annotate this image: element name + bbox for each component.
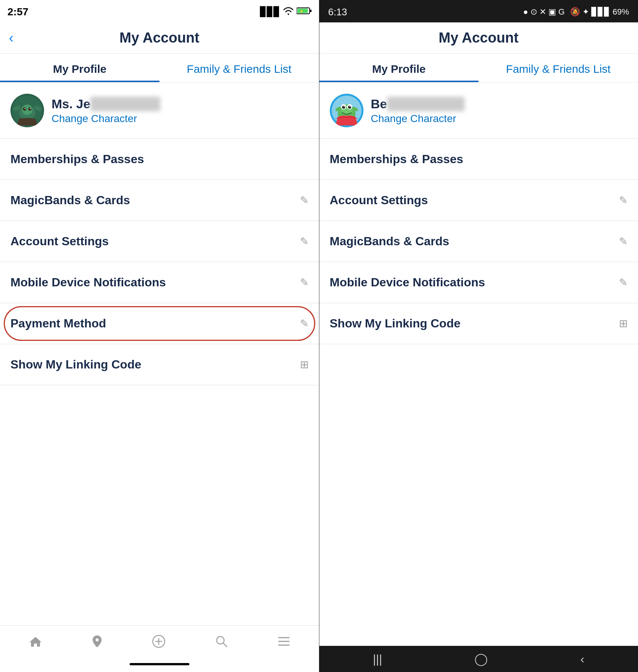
android-nav-right: ||| ◯ ‹ (319, 646, 638, 672)
right-phone: 6:13 ● ⊙ ✕ ▣ G 🔕 ✦ ▊▊▊ 69% My Account My… (319, 0, 638, 672)
status-bar-right: 6:13 ● ⊙ ✕ ▣ G 🔕 ✦ ▊▊▊ 69% (319, 0, 638, 22)
edit-icon-4: ✎ (300, 317, 309, 330)
svg-point-12 (30, 108, 31, 109)
menu-list-right: Memberships & Passes Account Settings ✎ … (319, 139, 638, 392)
mobile-notifications-item-left[interactable]: Mobile Device Notifications ✎ (0, 262, 319, 303)
signal-right-icon: ▊▊▊ (591, 7, 610, 17)
home-bar-left (130, 663, 189, 665)
svg-point-11 (25, 108, 26, 109)
back-button-left[interactable]: ‹ (9, 30, 13, 46)
payment-method-item-left[interactable]: Payment Method ✎ (0, 303, 319, 344)
page-title-right: My Account (439, 30, 518, 46)
change-character-right[interactable]: Change Character (371, 113, 465, 125)
edit-icon-r2: ✎ (619, 235, 628, 248)
android-nav-recents[interactable]: ||| (373, 652, 382, 666)
linking-code-item-right[interactable]: Show My Linking Code ⊞ (319, 303, 638, 344)
time-right: 6:13 (328, 6, 347, 18)
nav-home-left[interactable] (21, 632, 50, 650)
mobile-notifications-item-right[interactable]: Mobile Device Notifications ✎ (319, 262, 638, 303)
tabs-left: My Profile Family & Friends List (0, 54, 319, 83)
menu-list-left: Memberships & Passes MagicBands & Cards … (0, 139, 319, 625)
nav-search-left[interactable] (208, 632, 235, 651)
nav-location-left[interactable] (84, 632, 110, 651)
linking-code-item-left[interactable]: Show My Linking Code ⊞ (0, 344, 319, 385)
notif-icon: ● (523, 7, 528, 17)
android-nav-home[interactable]: ◯ (474, 652, 488, 666)
vpn-icon: ⊙ (530, 7, 537, 17)
profile-section-left: Ms. Jennnnnnnnn Change Character (0, 83, 319, 139)
memberships-passes-item-right[interactable]: Memberships & Passes (319, 139, 638, 180)
bottom-nav-left (0, 625, 319, 657)
wifi-icon (283, 7, 294, 17)
signal-icon: ▊▊▊ (260, 7, 280, 17)
svg-point-16 (217, 637, 224, 644)
magicbands-cards-item-right[interactable]: MagicBands & Cards ✎ (319, 221, 638, 262)
tab-family-friends-left[interactable]: Family & Friends List (160, 54, 319, 82)
android-nav-back[interactable]: ‹ (580, 652, 585, 666)
x-icon: ✕ (539, 7, 546, 17)
bell-slash-icon: 🔕 (570, 7, 580, 17)
tabs-right: My Profile Family & Friends List (319, 54, 638, 83)
profile-name-left: Ms. Jennnnnnnnn (52, 97, 160, 111)
edit-icon: ✎ (300, 194, 309, 206)
avatar-right[interactable] (330, 94, 363, 127)
time-left: 2:57 (7, 6, 28, 18)
edit-icon-2: ✎ (300, 235, 309, 248)
svg-line-17 (223, 643, 227, 647)
header-left: ‹ My Account (0, 22, 319, 54)
profile-info-left: Ms. Jennnnnnnnn Change Character (52, 97, 160, 125)
svg-point-31 (349, 106, 350, 107)
left-phone: 2:57 ▊▊▊ ⚡ ‹ My Account (0, 0, 319, 672)
account-settings-item-left[interactable]: Account Settings ✎ (0, 221, 319, 262)
profile-section-right: Bennnnnnnnnn Change Character (319, 83, 638, 139)
avatar-left[interactable] (10, 94, 44, 127)
page-title-left: My Account (120, 30, 199, 46)
status-icons-left: ▊▊▊ ⚡ (260, 7, 312, 17)
svg-text:⚡: ⚡ (299, 9, 304, 14)
status-icons-right: ● ⊙ ✕ ▣ G 🔕 ✦ ▊▊▊ 69% (523, 7, 629, 17)
svg-point-30 (343, 106, 344, 107)
tab-my-profile-left[interactable]: My Profile (0, 54, 160, 82)
nav-plus-left[interactable] (145, 632, 173, 651)
bt-icon: ✦ (582, 7, 589, 17)
header-right: My Account (319, 22, 638, 54)
memberships-passes-item-left[interactable]: Memberships & Passes (0, 139, 319, 180)
img-icon: ▣ (548, 7, 556, 17)
qr-icon-left: ⊞ (300, 358, 309, 371)
battery-icon: ⚡ (297, 7, 312, 17)
battery-right: 69% (613, 7, 629, 17)
g-icon: G (558, 7, 565, 17)
edit-icon-r1: ✎ (619, 194, 628, 206)
account-settings-item-right[interactable]: Account Settings ✎ (319, 180, 638, 221)
qr-icon-right: ⊞ (619, 317, 628, 330)
nav-menu-left[interactable] (270, 633, 298, 650)
profile-info-right: Bennnnnnnnnn Change Character (371, 97, 465, 125)
profile-name-right: Bennnnnnnnnn (371, 97, 465, 111)
svg-rect-2 (310, 10, 312, 12)
tab-my-profile-right[interactable]: My Profile (319, 54, 479, 82)
status-bar-left: 2:57 ▊▊▊ ⚡ (0, 0, 319, 22)
tab-family-friends-right[interactable]: Family & Friends List (479, 54, 638, 82)
magicbands-cards-item-left[interactable]: MagicBands & Cards ✎ (0, 180, 319, 221)
edit-icon-3: ✎ (300, 276, 309, 289)
edit-icon-r3: ✎ (619, 276, 628, 289)
change-character-left[interactable]: Change Character (52, 113, 160, 125)
